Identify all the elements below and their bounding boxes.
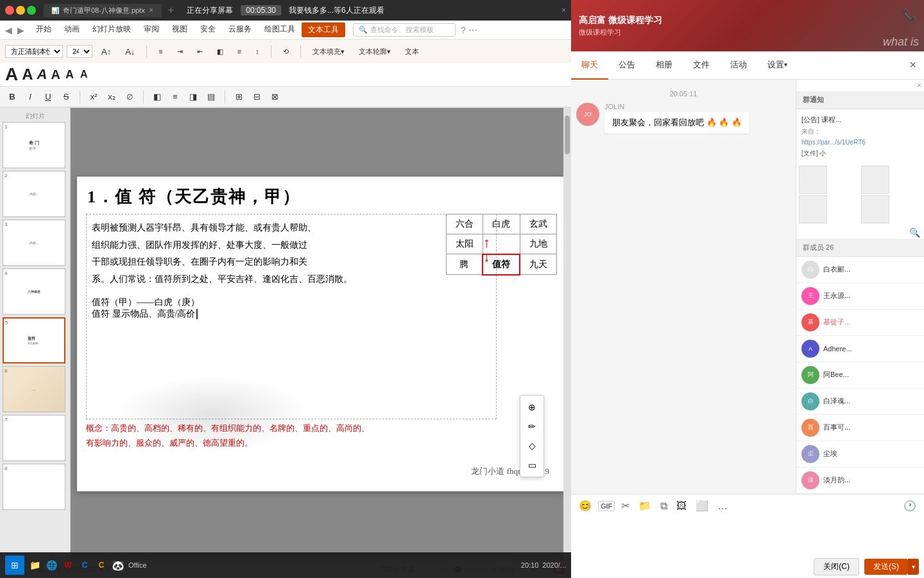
font-selector[interactable]: 方正清刻本悦宋 [5, 45, 63, 58]
nav-fwd[interactable]: ▶ [17, 25, 24, 35]
scroll-thumb[interactable] [565, 116, 570, 154]
slide-line2[interactable]: 值符 显示物品、高贵/高价 [92, 308, 491, 320]
font-style-4[interactable]: A [51, 68, 61, 81]
member-wangyong[interactable]: 王 王永源... [796, 283, 924, 310]
tab-view[interactable]: 视图 [166, 21, 194, 39]
taskbar-browser[interactable]: 🌐 [45, 559, 58, 572]
group-notice-link[interactable]: https://par.../s/1UeRT6 [801, 137, 919, 147]
align-center-2[interactable]: ≡ [168, 90, 182, 104]
taskbar-wps[interactable]: W [62, 559, 74, 572]
font-style-5[interactable]: A [65, 69, 76, 80]
send-dropdown-button[interactable]: ▾ [908, 559, 919, 575]
distribute-right[interactable]: ⊠ [268, 90, 282, 104]
slide-table-container[interactable]: 六合 白虎 玄武 太阳 九地 腾 值符 九天 [446, 214, 558, 276]
nav-back[interactable]: ◀ [5, 25, 12, 35]
chat-input-field[interactable] [576, 517, 919, 556]
taskbar-app4[interactable]: 🐼 [112, 559, 124, 572]
chat-messages-area[interactable]: 20:05:11 JO JOLIN 朋友聚会，回家看回放吧 🔥 🔥 🔥 [571, 80, 796, 494]
line-spacing[interactable]: ↕ [250, 46, 264, 57]
text-contour-btn[interactable]: 文本轮廓▾ [354, 46, 396, 58]
distribute-left[interactable]: ⊞ [232, 90, 246, 104]
tab-animation[interactable]: 动画 [58, 21, 86, 39]
search-bar[interactable]: 🔍 查找命令、搜索模板 [353, 23, 456, 37]
close-button[interactable] [5, 6, 14, 15]
align-left-2[interactable]: ◧ [150, 90, 164, 104]
tab-draw-tool[interactable]: 绘图工具 [258, 21, 302, 39]
nav-file[interactable]: 文件 [683, 51, 720, 80]
slide-scrollbar[interactable] [563, 108, 571, 560]
align-list[interactable]: ≡ [153, 46, 167, 57]
slide-content-box[interactable]: 表明被预测人器宇轩昂、具有领导才能、或有贵人帮助、 组织能力强、团队作用发挥的好… [86, 214, 497, 419]
text-direction[interactable]: ⟲ [278, 46, 294, 57]
settings-icon[interactable]: ⋯ [468, 25, 477, 35]
text-fill-btn[interactable]: 文本填充▾ [307, 46, 350, 58]
sidebar-close-btn[interactable]: × [917, 81, 921, 90]
indent-inc[interactable]: ⇥ [172, 46, 188, 57]
new-tab-button[interactable]: + [168, 4, 174, 16]
help-icon[interactable]: ? [461, 25, 466, 35]
slide-thumb-8[interactable]: 8 [3, 464, 65, 510]
more-tool-button[interactable]: … [715, 499, 730, 513]
member-baishi[interactable]: 百 百事可... [796, 415, 924, 441]
text-label-btn[interactable]: 文本 [400, 46, 424, 58]
screenshot-button[interactable]: ⬜ [693, 498, 711, 513]
slide-thumb-5[interactable]: 5 值符 天乙贵神... [3, 317, 65, 363]
clock-button[interactable]: 🕐 [901, 498, 919, 513]
nav-settings[interactable]: 设置 ▾ [757, 51, 798, 80]
slide-thumb-7[interactable]: 7 [3, 415, 65, 461]
float-frame-btn[interactable]: ▭ [523, 456, 541, 474]
nav-album[interactable]: 相册 [646, 51, 683, 80]
image-button[interactable]: 🖼 [674, 499, 689, 513]
member-baiyi[interactable]: 白 白衣郦... [796, 257, 924, 283]
folder-button[interactable]: 📁 [636, 498, 654, 513]
close-chat-button[interactable]: 关闭(C) [814, 558, 859, 575]
zoom-icon[interactable]: 🔍 [909, 227, 920, 238]
font-style-6[interactable]: A [80, 69, 92, 80]
float-edit-btn[interactable]: ✏ [523, 417, 541, 435]
superscript-button[interactable]: x₂ [105, 90, 119, 104]
nav-chat[interactable]: 聊天 [571, 51, 608, 80]
nav-notice[interactable]: 公告 [608, 51, 646, 80]
gif-button[interactable]: GIF [598, 501, 615, 511]
font-style-3[interactable]: A [37, 67, 47, 82]
italic-button[interactable]: I [23, 90, 37, 104]
font-size-decrease[interactable]: A↓ [120, 46, 140, 58]
member-adhere[interactable]: A Adhere... [796, 336, 924, 362]
taskbar-app2[interactable]: C [78, 559, 91, 572]
font-style-1[interactable]: A [5, 66, 18, 83]
subscript-button[interactable]: x² [87, 90, 101, 104]
tab-text-tool[interactable]: 文本工具 [302, 22, 345, 37]
member-danyue[interactable]: 淡 淡月韵... [796, 468, 924, 494]
chat-close-btn[interactable]: × [909, 58, 924, 72]
slide-thumb-2[interactable]: 2 内容... [3, 171, 65, 217]
file-tab[interactable]: 📊 奇门遁甲08-八神像意.pptx ✕ [44, 4, 162, 17]
slide-thumb-1[interactable]: 1 奇 门 遁 甲 [3, 122, 65, 168]
float-shape-btn[interactable]: ◇ [523, 437, 541, 455]
copy-button[interactable]: ⧉ [658, 499, 670, 513]
align-right-2[interactable]: ◨ [186, 90, 200, 104]
send-button[interactable]: 发送(S) [864, 559, 908, 575]
float-layers-btn[interactable]: ⊕ [523, 398, 541, 416]
tab-home[interactable]: 开始 [30, 21, 58, 39]
phone-icon[interactable]: 📞 [902, 8, 916, 22]
tab-slideshow[interactable]: 幻灯片放映 [86, 21, 137, 39]
align-center[interactable]: ≡ [232, 46, 246, 57]
font-size-increase[interactable]: A↑ [96, 46, 116, 58]
emoji-button[interactable]: 😊 [576, 498, 594, 513]
indent-dec[interactable]: ⇤ [192, 46, 208, 57]
start-button[interactable]: ⊞ [5, 556, 24, 575]
clear-format-button[interactable]: ∅ [123, 90, 137, 104]
taskbar-explorer[interactable]: 📁 [28, 559, 41, 572]
slide-thumb-4[interactable]: 4 八神像意 [3, 268, 65, 315]
align-justify-2[interactable]: ▤ [204, 90, 218, 104]
nav-activity[interactable]: 活动 [720, 51, 757, 80]
font-style-2[interactable]: A [22, 67, 33, 82]
underline-button[interactable]: U [41, 90, 55, 104]
align-left[interactable]: ◧ [212, 46, 228, 57]
member-jitu[interactable]: 基 基徒子... [796, 310, 924, 336]
tab-security[interactable]: 安全 [194, 21, 222, 39]
member-abee[interactable]: 阿 阿Bee... [796, 362, 924, 389]
scissors-button[interactable]: ✂ [619, 498, 632, 513]
slide-thumb-3[interactable]: 3 内容... [3, 220, 65, 266]
font-size-selector[interactable]: 24 [67, 45, 92, 58]
